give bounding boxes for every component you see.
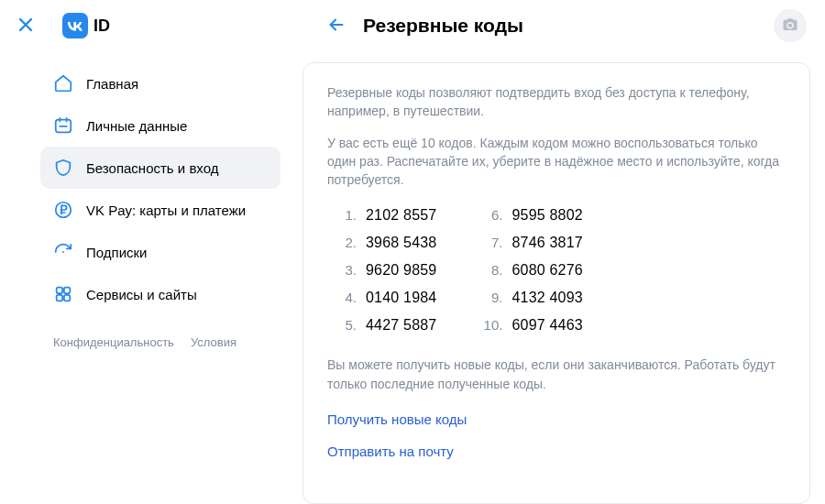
- code-index: 4.: [336, 290, 357, 305]
- sidebar-item-security[interactable]: Безопасность и вход: [40, 147, 280, 189]
- code-item: 5.4427 5887: [336, 317, 436, 334]
- description-1: Резервные коды позволяют подтвердить вхо…: [327, 83, 786, 121]
- camera-icon: [782, 16, 798, 36]
- sidebar-item-label: Безопасность и вход: [86, 160, 218, 176]
- vk-logo-icon: [62, 13, 88, 38]
- terms-link[interactable]: Условия: [191, 335, 236, 349]
- close-icon: [17, 16, 34, 36]
- code-value: 4427 5887: [366, 317, 436, 334]
- content-panel: Резервные коды позволяют подтвердить вхо…: [302, 62, 810, 504]
- code-index: 1.: [336, 207, 357, 223]
- svg-rect-6: [64, 295, 70, 301]
- svg-rect-4: [64, 288, 70, 293]
- codes-list: 1.2102 8557 2.3968 5438 3.9620 9859 4.01…: [336, 207, 786, 334]
- home-icon: [53, 73, 73, 93]
- code-index: 5.: [336, 317, 357, 333]
- ruble-icon: [53, 200, 73, 220]
- code-index: 2.: [336, 235, 357, 250]
- code-item: 8.6080 6276: [482, 262, 582, 279]
- sidebar-footer: Конфиденциальность Условия: [40, 335, 280, 349]
- svg-rect-3: [57, 288, 62, 293]
- code-item: 6.9595 8802: [482, 207, 582, 224]
- svg-point-2: [62, 251, 64, 253]
- code-index: 8.: [482, 262, 502, 278]
- code-item: 4.0140 1984: [336, 290, 436, 306]
- send-email-button[interactable]: Отправить на почту: [327, 444, 786, 459]
- privacy-link[interactable]: Конфиденциальность: [53, 335, 174, 349]
- title-block: Резервные коды: [326, 15, 523, 38]
- code-item: 7.8746 3817: [482, 235, 582, 251]
- code-value: 9620 9859: [366, 262, 436, 279]
- sidebar-item-vkpay[interactable]: VK Pay: карты и платежи: [40, 189, 280, 231]
- code-index: 7.: [482, 235, 502, 250]
- code-item: 9.4132 4093: [482, 290, 582, 306]
- logo[interactable]: ID: [62, 13, 110, 38]
- sidebar-item-services[interactable]: Сервисы и сайты: [40, 273, 280, 315]
- sidebar-item-label: Личные данные: [86, 118, 187, 134]
- sidebar-item-home[interactable]: Главная: [40, 62, 280, 104]
- code-value: 4132 4093: [512, 290, 582, 306]
- codes-note: Вы можете получить новые коды, если они …: [327, 356, 786, 393]
- back-button[interactable]: [326, 15, 346, 38]
- sidebar-item-label: Подписки: [86, 245, 148, 260]
- code-item: 1.2102 8557: [336, 207, 436, 224]
- code-value: 6097 4463: [512, 317, 582, 334]
- header: ID Резервные коды: [0, 0, 825, 51]
- shield-icon: [53, 158, 73, 178]
- code-value: 2102 8557: [366, 207, 436, 224]
- code-index: 3.: [336, 262, 357, 278]
- code-item: 3.9620 9859: [336, 262, 436, 279]
- code-index: 10.: [482, 317, 502, 333]
- code-index: 6.: [482, 207, 502, 223]
- grid-icon: [53, 284, 73, 304]
- close-button[interactable]: [15, 15, 37, 37]
- code-value: 9595 8802: [512, 207, 582, 224]
- code-value: 6080 6276: [512, 262, 582, 279]
- sidebar-item-subscriptions[interactable]: Подписки: [40, 231, 280, 273]
- code-item: 10.6097 4463: [482, 317, 582, 334]
- svg-rect-5: [57, 295, 62, 301]
- logo-text: ID: [94, 16, 110, 36]
- code-value: 8746 3817: [512, 235, 582, 251]
- page-title: Резервные коды: [363, 15, 523, 37]
- sidebar-item-label: Главная: [86, 76, 138, 92]
- refresh-icon: [53, 242, 73, 262]
- get-new-codes-button[interactable]: Получить новые коды: [327, 411, 786, 427]
- description-2: У вас есть ещё 10 кодов. Каждым кодом мо…: [327, 134, 786, 190]
- code-value: 0140 1984: [366, 290, 436, 306]
- code-value: 3968 5438: [366, 235, 436, 251]
- arrow-left-icon: [326, 15, 346, 38]
- sidebar-item-label: Сервисы и сайты: [86, 287, 197, 302]
- sidebar-item-label: VK Pay: карты и платежи: [86, 203, 246, 218]
- code-item: 2.3968 5438: [336, 235, 436, 251]
- sidebar-item-personal[interactable]: Личные данные: [40, 104, 280, 147]
- code-index: 9.: [482, 290, 502, 305]
- id-card-icon: [53, 115, 73, 136]
- sidebar: Главная Личные данные Безопасность и вхо…: [15, 62, 280, 504]
- avatar-button[interactable]: [774, 9, 807, 42]
